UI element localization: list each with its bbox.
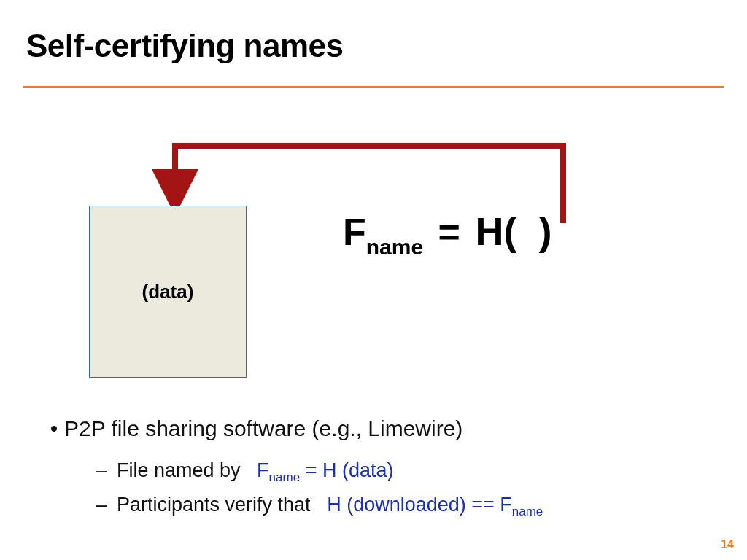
formula-eq: = (423, 211, 475, 253)
data-box-label: (data) (142, 281, 194, 303)
bullet-list: • P2P file sharing software (e.g., Limew… (44, 414, 543, 523)
formula-hparen-close: ) (538, 209, 551, 253)
sub-bullet-1: – File named by Fname = H (data) (96, 454, 543, 489)
dash-icon: – (96, 454, 117, 488)
sub2-lead: Participants verify that (117, 494, 311, 516)
formula-hparen-open: H( (475, 209, 516, 253)
bullet-dot-icon: • (44, 414, 64, 444)
sub2-formula: H (downloaded) == Fname (327, 494, 543, 516)
hash-formula: Fname = H() (343, 209, 551, 258)
formula-f: F (343, 211, 366, 253)
sub-bullet-2: – Participants verify that H (downloaded… (96, 489, 543, 523)
bullet-main-text: P2P file sharing software (e.g., Limewir… (64, 414, 462, 444)
formula-sub: name (366, 235, 423, 259)
sub1-formula: Fname = H (data) (257, 459, 393, 481)
data-box: (data) (89, 206, 247, 378)
dash-icon: – (96, 489, 117, 522)
slide: Self-certifying names (data) Fname = H()… (0, 0, 747, 560)
sub-bullets: – File named by Fname = H (data) – Parti… (96, 454, 543, 524)
page-number: 14 (721, 538, 734, 551)
bullet-main: • P2P file sharing software (e.g., Limew… (44, 414, 543, 444)
sub1-lead: File named by (117, 459, 241, 481)
